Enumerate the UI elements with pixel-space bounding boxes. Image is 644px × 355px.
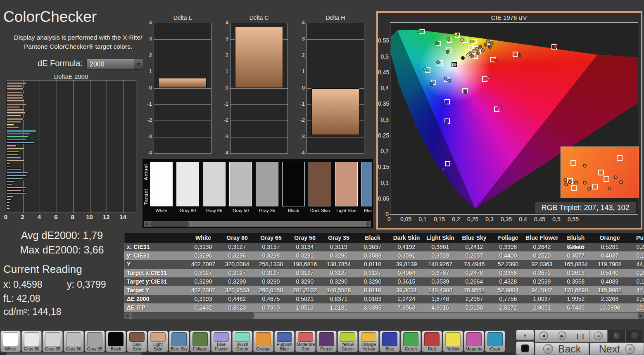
patch-tile-gray-35[interactable]: Gray 35 — [85, 331, 105, 352]
table-cell: 5,5150 — [457, 303, 491, 312]
column-header: Blue Flower — [525, 233, 559, 243]
table-cell: 0,3290 — [254, 277, 288, 286]
scrollbar-thumb[interactable] — [6, 353, 142, 355]
table-cell: 0,3398 — [491, 243, 525, 251]
y-tick-label: 2 — [297, 52, 305, 58]
table-cell: 1,0037 — [525, 295, 559, 303]
patch-color — [361, 332, 376, 342]
gridline — [73, 80, 74, 213]
patch-tile-blue[interactable]: Blue — [380, 331, 400, 352]
scroll-left-icon[interactable]: ◀ — [144, 221, 149, 227]
scrollbar-thumb[interactable] — [150, 221, 189, 227]
de-bar — [7, 192, 26, 194]
inset-measured-point — [614, 175, 618, 179]
play-button[interactable]: ▶ — [553, 330, 571, 342]
gridline — [307, 72, 364, 72]
single-measure-button[interactable]: [··] — [571, 330, 589, 342]
stop-square-button[interactable] — [516, 341, 534, 355]
de-bar — [7, 124, 14, 126]
table-cell: 0,7960 — [254, 303, 288, 312]
table-cell: 39,8139 — [390, 260, 423, 269]
de-bar — [7, 106, 21, 108]
refresh-button[interactable]: ↻ — [608, 330, 626, 342]
scrollbar-thumb[interactable] — [131, 312, 254, 319]
de-bar — [7, 189, 21, 192]
patch-color — [45, 332, 60, 346]
y-tick-label: -4 — [297, 149, 305, 156]
stop-button[interactable]: ■ — [535, 330, 553, 342]
patch-bar-scrollbar[interactable] — [0, 353, 513, 355]
table-cell: 198,6816 — [288, 260, 322, 269]
gridline — [154, 72, 211, 72]
table-row: x: CIE310,31300,31270,31370,31340,31190,… — [124, 243, 644, 251]
de-bar — [7, 118, 24, 120]
inset-target-square — [598, 170, 604, 175]
continuous-measure-button[interactable]: ∞ — [589, 330, 608, 342]
table-cell: 0,3127 — [220, 243, 254, 251]
patch-label: Magenta — [465, 346, 483, 351]
swatch-strip-scrollbar[interactable]: ◀ ▶ — [144, 221, 371, 227]
swatch-color — [150, 162, 173, 206]
patch-tile-green[interactable]: Green — [401, 331, 421, 352]
table-row: ΔE ITP0,24320,36230,79601,05131,21813,03… — [124, 303, 644, 312]
patch-tile-bluish-green[interactable]: Bluish Green — [232, 331, 252, 352]
chevron-down-icon[interactable]: ▼ — [134, 59, 143, 69]
table-scrollbar[interactable]: ◀ ▶ — [124, 312, 644, 319]
table-cell: 0,2657 — [457, 251, 491, 260]
patch-tile-white[interactable]: White — [0, 331, 21, 352]
patch-tile-cyan[interactable]: Cyan — [485, 331, 505, 352]
patch-tile-magenta[interactable]: Magenta — [464, 331, 484, 352]
measurement-table: WhiteGray 80Gray 65Gray 50Gray 35BlackDa… — [124, 233, 644, 312]
table-cell: 402,7087 — [186, 286, 220, 295]
row-label: Target Y — [124, 286, 186, 295]
scroll-right-icon[interactable]: ▶ — [638, 312, 644, 319]
patch-tile-moderate-red[interactable]: Moderate Red — [295, 331, 316, 352]
y-tick-label: 0,55 — [378, 37, 389, 44]
de-bar — [7, 94, 24, 96]
patch-label: Black — [107, 346, 125, 351]
y-tick-label: -3 — [297, 133, 305, 140]
x-tick-label: 0,4 — [516, 216, 530, 222]
patch-tile-orange[interactable]: Orange — [253, 331, 273, 352]
inset-target-square — [604, 176, 609, 182]
y-tick-label: 3 — [297, 36, 305, 42]
y-tick-label: -3 — [144, 133, 152, 140]
measured-point-marker — [436, 60, 440, 64]
patch-tile-light-skin[interactable]: Light Skin — [148, 331, 168, 352]
patch-tile-purple[interactable]: Purple — [316, 331, 337, 352]
patch-tile-purplish-blue[interactable]: Purplish Blue — [274, 331, 295, 352]
column-header: Light Skin — [423, 233, 457, 243]
patch-tile-blue-flower[interactable]: Blue Flower — [211, 331, 231, 352]
scroll-left-icon[interactable]: ◀ — [124, 312, 130, 319]
patch-tile-blue-sky[interactable]: Blue Sky — [169, 331, 189, 352]
back-button[interactable]: « Back — [535, 343, 589, 355]
patch-tile-gray-65[interactable]: Gray 65 — [43, 331, 63, 352]
table-cell: 0,3558 — [559, 277, 593, 286]
table-cell: 0,3388 — [491, 269, 525, 277]
patch-tile-yellow-green[interactable]: Yellow Green — [337, 331, 358, 352]
swatch-patch: Gray 50 — [229, 162, 252, 215]
table-row: Target x:CIE310,31270,31270,31270,31270,… — [124, 269, 644, 277]
patch-tile-dark-skin[interactable]: Dark Skin — [127, 331, 147, 352]
patch-tile-orange-yellow[interactable]: Orange Yellow — [359, 331, 379, 352]
table-cell: 402,7087 — [186, 260, 220, 269]
scroll-right-icon[interactable]: ▶ — [366, 221, 371, 227]
scroll-up-button[interactable]: ▲ — [516, 330, 534, 340]
patch-tile-gray-50[interactable]: Gray 50 — [64, 331, 84, 352]
patch-color — [192, 332, 208, 346]
de-bar — [7, 145, 17, 147]
patch-color — [150, 332, 166, 342]
patch-color — [298, 332, 313, 342]
patch-tile-foliage[interactable]: Foliage — [190, 331, 210, 352]
patch-tile-yellow[interactable]: Yellow — [443, 331, 463, 352]
patch-tile-gray-80[interactable]: Gray 80 — [21, 331, 42, 352]
y-tick-label: 2 — [220, 52, 228, 58]
column-header: Gray 35 — [322, 233, 356, 243]
patch-tile-red[interactable]: Red — [422, 331, 442, 352]
inset-target-square — [592, 184, 598, 189]
patch-tile-black[interactable]: Black — [106, 331, 126, 352]
de-formula-dropdown[interactable]: 2000 ▼ — [86, 59, 143, 70]
table-cell: 0,3861 — [423, 243, 457, 251]
delta-bar — [311, 88, 359, 135]
next-button[interactable]: Next » — [590, 343, 644, 355]
